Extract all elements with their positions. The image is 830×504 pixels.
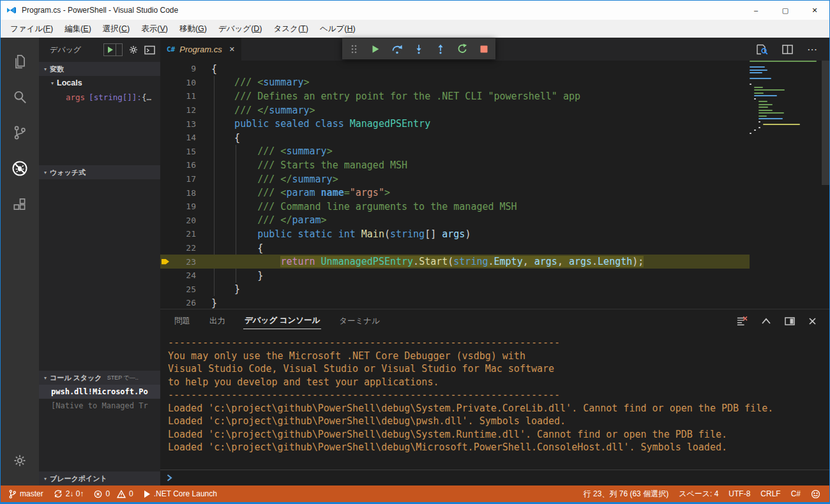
code-line-10[interactable]: 10 /// <summary> [160,76,750,90]
open-preview-icon[interactable] [756,44,768,55]
extensions-icon[interactable] [4,188,35,220]
status-git-branch[interactable]: master [8,489,43,499]
variable-row-args[interactable]: args [string[]]: {… [39,90,160,104]
code-line-23[interactable]: 23 return UnmanagedPSEntry.Start(string.… [160,255,750,269]
search-icon[interactable] [4,81,35,113]
code-editor[interactable]: 9{10 /// <summary>11 /// Defines an entr… [160,61,829,309]
code-line-17[interactable]: 17 /// </summary> [160,172,750,186]
minimize-button[interactable]: – [741,1,771,20]
callstack-paused-badge: STEP で—.. [107,374,139,382]
status-eol[interactable]: CRLF [760,489,780,498]
scrollbar-thumb[interactable] [822,61,829,185]
line-number: 17 [170,174,196,184]
status-debug-launch[interactable]: .NET Core Launch [144,489,217,498]
code-content: /// <summary> [211,145,333,157]
restart-icon[interactable] [456,43,469,56]
start-debug-button[interactable] [103,43,123,56]
tab-label: Program.cs [179,45,222,54]
code-line-15[interactable]: 15 /// <summary> [160,145,750,159]
explorer-icon[interactable] [4,45,35,77]
status-sync-status[interactable]: 2↓ 0↑ [54,489,84,498]
code-line-16[interactable]: 16 /// Starts the managed MSH [160,158,750,172]
code-line-22[interactable]: 22 { [160,241,750,255]
code-line-26[interactable]: 26} [160,296,750,309]
menu-item-E[interactable]: 編集(E) [59,20,97,38]
tab-program-cs[interactable]: C# Program.cs ✕ [160,38,241,61]
panel-tab-デバッグ コンソール[interactable]: デバッグ コンソール [243,313,321,329]
debug-console-input[interactable] [177,473,829,483]
code-line-14[interactable]: 14 { [160,131,750,145]
callstack-frame-1[interactable]: [Native to Managed Tr [39,399,160,413]
menu-item-D[interactable]: デバッグ(D) [213,20,268,38]
locals-scope-row[interactable]: ▾ Locals [39,76,160,90]
menu-item-C[interactable]: 選択(C) [97,20,135,38]
code-line-13[interactable]: 13 public sealed class ManagedPSEntry [160,117,750,131]
toolbar-grip[interactable] [347,43,360,56]
twistie-icon: ▾ [44,476,47,482]
panel-position-icon[interactable] [785,317,795,325]
step-into-icon[interactable] [412,43,425,56]
configure-gear-icon[interactable] [128,45,139,55]
more-actions-icon[interactable]: ⋯ [807,43,818,56]
line-number: 10 [170,78,196,87]
code-line-21[interactable]: 21 public static int Main(string[] args) [160,227,750,241]
panel-tab-出力[interactable]: 出力 [208,313,227,329]
code-line-9[interactable]: 9{ [160,62,750,76]
settings-gear-icon[interactable] [4,445,35,477]
line-number: 18 [170,188,196,198]
panel-tab-問題[interactable]: 問題 [173,313,192,329]
status-indentation[interactable]: スペース: 4 [679,489,718,500]
variables-section-header[interactable]: ▾ 変数 [39,62,160,76]
minimap-line [758,104,773,105]
open-console-icon[interactable] [144,45,155,55]
code-line-24[interactable]: 24 } [160,269,750,283]
step-out-icon[interactable] [434,43,447,56]
breakpoint-margin[interactable] [160,258,170,265]
watch-section-header[interactable]: ▾ ウォッチ式 [39,165,160,179]
step-over-icon[interactable] [391,43,404,56]
menu-item-V[interactable]: 表示(V) [135,20,174,38]
menu-item-F[interactable]: ファイル(F) [4,20,59,38]
debug-console-output[interactable]: ----------------------------------------… [160,332,829,470]
code-content: { [211,63,217,75]
callstack-section-header[interactable]: ▾ コール スタック STEP で—.. [39,371,160,385]
panel-tab-ターミナル[interactable]: ターミナル [338,313,381,329]
tab-close-icon[interactable]: ✕ [229,45,235,54]
debug-icon[interactable] [4,152,35,184]
breakpoints-section-header[interactable]: ▾ ブレークポイント [39,471,160,485]
minimap[interactable] [750,61,822,309]
code-line-12[interactable]: 12 /// </summary> [160,103,750,117]
status-encoding[interactable]: UTF-8 [728,489,750,498]
code-line-18[interactable]: 18 /// <param name="args"> [160,186,750,200]
code-line-19[interactable]: 19 /// Command line arguments to the man… [160,200,750,214]
menu-item-G[interactable]: 移動(G) [174,20,213,38]
status-feedback[interactable] [811,489,820,499]
play-icon [108,47,113,53]
menu-item-T[interactable]: タスク(T) [268,20,314,38]
vscode-logo-icon [6,5,17,15]
code-line-25[interactable]: 25 } [160,283,750,297]
continue-icon[interactable] [369,43,382,56]
launch-config-dropdown[interactable] [116,44,122,56]
clear-console-icon[interactable] [736,316,748,326]
menu-item-H[interactable]: ヘルプ(H) [314,20,361,38]
close-panel-icon[interactable] [808,317,817,325]
minimap-line [758,118,783,119]
source-control-icon[interactable] [4,117,35,149]
split-editor-icon[interactable] [782,45,793,54]
minimap-line [750,72,762,73]
stop-icon[interactable] [478,43,490,56]
tab-bar: C# Program.cs ✕ ⋯ [160,38,829,61]
status-problems[interactable]: 00 [94,489,133,498]
minimap-line [754,95,777,96]
status-cursor-position[interactable]: 行 23、列 76 (63 個選択) [584,489,668,500]
close-button[interactable]: ✕ [800,1,829,20]
maximize-button[interactable]: ▢ [771,1,800,20]
callstack-frame-0[interactable]: pwsh.dll!Microsoft.Po [39,385,160,399]
line-number: 20 [170,216,196,225]
code-line-11[interactable]: 11 /// Defines an entry point for the .N… [160,89,750,103]
code-line-20[interactable]: 20 /// </param> [160,214,750,228]
twistie-icon: ▾ [44,66,47,72]
maximize-panel-icon[interactable] [761,317,771,325]
status-language-mode[interactable]: C# [791,489,801,498]
